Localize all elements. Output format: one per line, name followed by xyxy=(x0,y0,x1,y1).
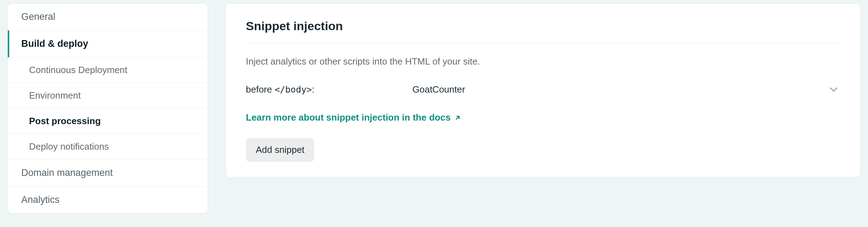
snippet-position: before </body>: xyxy=(246,84,412,95)
panel-title: Snippet injection xyxy=(246,19,840,43)
snippet-row[interactable]: before </body>: GoatCounter xyxy=(246,84,840,95)
snippet-position-tag: </body> xyxy=(275,84,312,95)
sidebar-item-build-deploy[interactable]: Build & deploy xyxy=(8,31,208,57)
sidebar-item-domain-management[interactable]: Domain management xyxy=(8,160,208,187)
sidebar-item-continuous-deployment[interactable]: Continuous Deployment xyxy=(8,57,208,83)
docs-link[interactable]: Learn more about snippet injection in th… xyxy=(246,112,461,123)
chevron-down-icon[interactable] xyxy=(827,87,840,92)
snippet-position-label: before xyxy=(246,84,275,95)
settings-sidebar: General Build & deploy Continuous Deploy… xyxy=(7,3,208,214)
sidebar-item-analytics[interactable]: Analytics xyxy=(8,187,208,213)
docs-link-label: Learn more about snippet injection in th… xyxy=(246,112,451,123)
sidebar-item-environment[interactable]: Environment xyxy=(8,83,208,109)
external-link-icon xyxy=(454,114,461,121)
snippet-injection-panel: Snippet injection Inject analytics or ot… xyxy=(225,3,861,178)
add-snippet-button[interactable]: Add snippet xyxy=(246,138,314,162)
panel-description: Inject analytics or other scripts into t… xyxy=(246,56,840,67)
sidebar-item-general[interactable]: General xyxy=(8,4,208,31)
sidebar-item-post-processing[interactable]: Post processing xyxy=(8,109,208,134)
snippet-position-suffix: : xyxy=(312,84,314,95)
sidebar-item-deploy-notifications[interactable]: Deploy notifications xyxy=(8,134,208,160)
snippet-name: GoatCounter xyxy=(412,84,827,95)
